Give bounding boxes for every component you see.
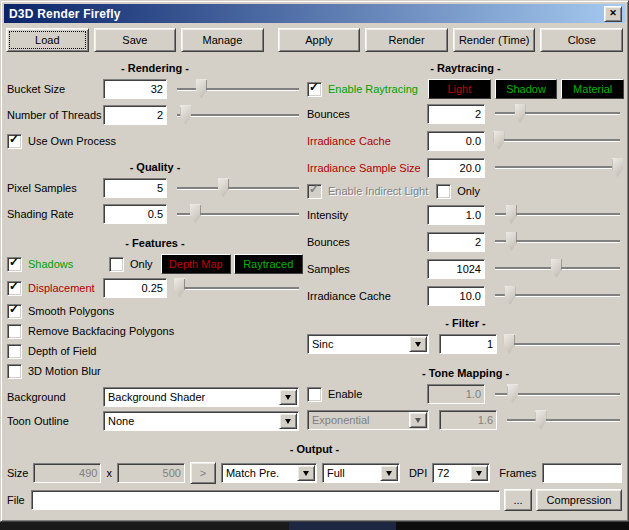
slider-track[interactable]: [507, 419, 620, 422]
remove-backfacing-checkbox[interactable]: Remove Backfacing Polygons: [7, 321, 303, 341]
chevron-down-icon[interactable]: [470, 465, 488, 481]
chevron-down-icon[interactable]: [380, 465, 398, 481]
slider-track[interactable]: [177, 287, 299, 290]
enable-raytracing-checkbox[interactable]: Enable Raytracing: [307, 82, 418, 97]
indirect-bounces-slider[interactable]: [495, 231, 620, 252]
filter-size-slider[interactable]: [507, 334, 620, 355]
raytraced-button[interactable]: Raytraced: [234, 254, 304, 274]
pixel-samples-slider[interactable]: [177, 178, 299, 199]
save-button[interactable]: Save: [94, 28, 177, 52]
samples-slider[interactable]: [495, 258, 620, 279]
use-own-process-checkbox[interactable]: Use Own Process: [7, 131, 303, 151]
shadow-button[interactable]: Shadow: [495, 79, 558, 99]
irradiance-sample-size-slider[interactable]: [495, 157, 620, 178]
shadows-checkbox[interactable]: Shadows: [7, 257, 103, 272]
displacement-checkbox[interactable]: Displacement: [7, 281, 103, 296]
depth-of-field-checkbox-box[interactable]: [7, 344, 22, 359]
enable-raytracing-checkbox-box[interactable]: [307, 82, 322, 97]
load-button[interactable]: Load: [6, 28, 89, 52]
browse-button[interactable]: ...: [504, 489, 532, 511]
slider-thumb[interactable]: [505, 286, 516, 305]
chevron-down-icon[interactable]: [279, 389, 297, 405]
shadows-checkbox-box[interactable]: [7, 257, 22, 272]
shadows-only-checkbox-box[interactable]: [109, 257, 124, 272]
use-own-process-checkbox-box[interactable]: [7, 134, 22, 149]
render-time-button[interactable]: Render (Time): [453, 28, 536, 52]
smooth-polygons-checkbox[interactable]: Smooth Polygons: [7, 301, 303, 321]
number-of-threads-input[interactable]: 2: [103, 105, 167, 125]
raytrace-bounces-slider[interactable]: [495, 103, 620, 124]
shadows-only-checkbox[interactable]: Only: [109, 257, 153, 272]
chevron-down-icon[interactable]: [297, 465, 315, 481]
depth-of-field-checkbox[interactable]: Depth of Field: [7, 341, 303, 361]
dpi-dropdown[interactable]: 72: [432, 463, 490, 483]
displacement-checkbox-box[interactable]: [7, 281, 22, 296]
filter-type-dropdown[interactable]: Sinc: [307, 334, 429, 354]
chevron-down-icon[interactable]: [409, 336, 427, 352]
slider-track[interactable]: [507, 343, 620, 346]
render-quality-dropdown[interactable]: Full: [322, 463, 400, 483]
slider-thumb[interactable]: [506, 232, 517, 251]
slider-thumb[interactable]: [190, 205, 201, 224]
material-button[interactable]: Material: [561, 79, 624, 99]
intensity-slider[interactable]: [495, 204, 620, 225]
slider-track[interactable]: [177, 114, 299, 117]
match-preview-dropdown[interactable]: Match Pre.: [221, 463, 317, 483]
titlebar[interactable]: D3D Render Firefly ✕: [4, 4, 625, 23]
slider-track[interactable]: [495, 112, 620, 115]
pixel-samples-input[interactable]: 5: [103, 178, 167, 198]
motion-blur-checkbox[interactable]: 3D Motion Blur: [7, 361, 303, 381]
indirect-irradiance-cache-input[interactable]: 10.0: [427, 286, 485, 306]
slider-thumb[interactable]: [196, 80, 207, 99]
close-icon[interactable]: ✕: [604, 6, 622, 22]
slider-track[interactable]: [495, 139, 620, 142]
slider-thumb[interactable]: [507, 385, 518, 404]
irradiance-cache-slider[interactable]: [495, 130, 620, 151]
slider-thumb[interactable]: [506, 205, 517, 224]
remove-backfacing-checkbox-box[interactable]: [7, 324, 22, 339]
motion-blur-checkbox-box[interactable]: [7, 364, 22, 379]
frames-input[interactable]: [542, 463, 622, 483]
indirect-only-checkbox[interactable]: Only: [436, 184, 480, 199]
chevron-down-icon[interactable]: [279, 413, 297, 429]
slider-thumb[interactable]: [504, 335, 515, 354]
slider-thumb[interactable]: [174, 279, 185, 298]
light-button[interactable]: Light: [428, 79, 491, 99]
filter-size-input[interactable]: 1: [439, 334, 497, 354]
slider-thumb[interactable]: [612, 158, 623, 177]
irradiance-sample-size-input[interactable]: 20.0: [427, 158, 485, 178]
compression-button[interactable]: Compression: [536, 489, 622, 511]
background-dropdown[interactable]: Background Shader: [103, 387, 299, 407]
tone-mapping-enable-checkbox[interactable]: Enable: [307, 387, 427, 402]
tone-mapping-enable-checkbox-box[interactable]: [307, 387, 322, 402]
shading-rate-slider[interactable]: [177, 204, 299, 225]
slider-track[interactable]: [177, 187, 299, 190]
bucket-size-input[interactable]: 32: [103, 79, 167, 99]
slider-thumb[interactable]: [493, 131, 504, 150]
intensity-input[interactable]: 1.0: [427, 205, 485, 225]
shading-rate-input[interactable]: 0.5: [103, 204, 167, 224]
render-button[interactable]: Render: [365, 28, 448, 52]
slider-thumb[interactable]: [218, 179, 229, 198]
apply-button[interactable]: Apply: [278, 28, 361, 52]
indirect-irradiance-cache-slider[interactable]: [495, 285, 620, 306]
irradiance-cache-input[interactable]: 0.0: [427, 131, 485, 151]
tone-mapping-exposure-slider[interactable]: [495, 384, 620, 405]
file-input[interactable]: [31, 490, 500, 510]
samples-input[interactable]: 1024: [427, 259, 485, 279]
slider-thumb[interactable]: [551, 259, 562, 278]
close-button[interactable]: Close: [540, 28, 623, 52]
bucket-size-slider[interactable]: [177, 79, 299, 100]
enable-indirect-light-checkbox[interactable]: Enable Indirect Light: [307, 184, 428, 199]
toon-outline-dropdown[interactable]: None: [103, 411, 299, 431]
indirect-bounces-input[interactable]: 2: [427, 232, 485, 252]
smooth-polygons-checkbox-box[interactable]: [7, 304, 22, 319]
indirect-only-checkbox-box[interactable]: [436, 184, 451, 199]
slider-thumb[interactable]: [515, 104, 526, 123]
slider-track[interactable]: [495, 166, 620, 169]
slider-thumb[interactable]: [535, 411, 546, 430]
slider-track[interactable]: [177, 88, 299, 91]
raytrace-bounces-input[interactable]: 2: [427, 104, 485, 124]
tone-mapping-gain-slider[interactable]: [507, 410, 620, 431]
displacement-slider[interactable]: [177, 278, 299, 299]
